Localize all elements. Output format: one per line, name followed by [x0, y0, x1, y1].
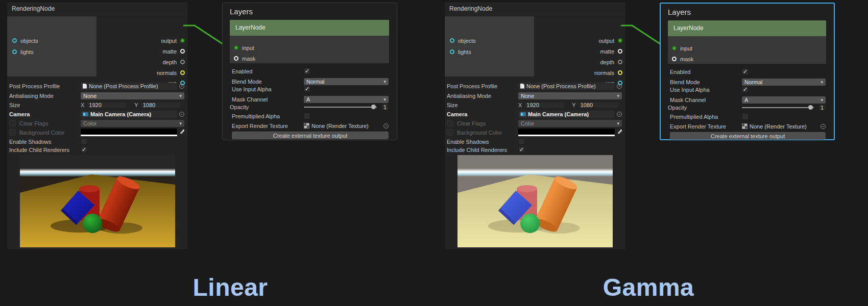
- port-dot-input[interactable]: [672, 46, 677, 50]
- rendering-node-panel[interactable]: RenderingNode objects lights output m: [444, 2, 626, 250]
- field-label: Enabled: [232, 68, 304, 74]
- port-label: objects: [20, 38, 38, 44]
- port-objects[interactable]: objects: [12, 38, 38, 43]
- port-dot-normals[interactable]: [618, 70, 622, 75]
- clear-flags-override-checkbox[interactable]: [447, 120, 453, 126]
- premultiplied-alpha-checkbox[interactable]: [742, 113, 749, 120]
- antialiasing-dropdown[interactable]: None: [81, 92, 184, 99]
- eyedropper-icon[interactable]: [179, 130, 184, 135]
- camera-field[interactable]: Main Camera (Camera): [518, 111, 615, 118]
- clear-flags-dropdown[interactable]: Color: [518, 120, 622, 127]
- input-ports-box: [445, 16, 534, 76]
- size-y-input[interactable]: 1080: [140, 101, 181, 108]
- rendering-node-title[interactable]: RenderingNode: [7, 2, 188, 16]
- color-swatch[interactable]: [81, 129, 177, 136]
- port-dot-depth[interactable]: [180, 60, 185, 64]
- port-dot-input[interactable]: [234, 45, 238, 50]
- port-label: matte: [600, 48, 614, 55]
- port-mask[interactable]: mask: [672, 56, 693, 62]
- blend-mode-dropdown[interactable]: Normal: [742, 79, 826, 86]
- slider-handle[interactable]: [371, 105, 376, 109]
- field-value: None (Post Process Profile): [89, 83, 158, 89]
- port-normals[interactable]: normals: [157, 70, 185, 75]
- layers-panel[interactable]: Layers LayerNode input mask Enabled Blen…: [222, 3, 397, 140]
- linear-scene: [20, 155, 175, 247]
- port-dot-lights[interactable]: [450, 49, 454, 54]
- field-label: Opacity: [668, 105, 742, 111]
- port-label: normals: [157, 70, 177, 76]
- object-picker-icon[interactable]: [179, 84, 184, 89]
- render-texture-icon: [304, 123, 309, 129]
- row-background-color: Background Color: [447, 129, 622, 136]
- layers-panel-selected[interactable]: Layers LayerNode input mask Enabled Blen…: [660, 3, 835, 140]
- port-depth[interactable]: depth: [162, 59, 185, 65]
- port-dot-objects[interactable]: [12, 38, 17, 43]
- field-label: Background Color: [457, 130, 502, 136]
- object-picker-icon[interactable]: [179, 112, 184, 117]
- port-lights[interactable]: lights: [450, 49, 471, 55]
- blend-mode-dropdown[interactable]: Normal: [304, 78, 389, 85]
- opacity-value-input[interactable]: 1: [381, 104, 389, 110]
- size-y-input[interactable]: 1080: [578, 101, 619, 108]
- object-picker-icon[interactable]: [821, 124, 826, 129]
- object-picker-icon[interactable]: [617, 84, 622, 89]
- field-label: Size: [9, 102, 81, 108]
- eyedropper-icon[interactable]: [617, 130, 622, 135]
- port-dot-objects[interactable]: [450, 38, 454, 43]
- rendering-node-title[interactable]: RenderingNode: [445, 2, 625, 16]
- field-label: Use Input Alpha: [232, 86, 304, 92]
- size-x-input[interactable]: 1920: [86, 101, 127, 108]
- x-axis-label: X: [81, 102, 84, 108]
- mask-channel-dropdown[interactable]: A: [742, 96, 826, 104]
- port-lights[interactable]: lights: [12, 49, 34, 55]
- mask-channel-dropdown[interactable]: A: [304, 96, 389, 103]
- port-input[interactable]: input: [234, 45, 254, 50]
- post-process-profile-field[interactable]: None (Post Process Profile): [518, 83, 615, 90]
- antialiasing-dropdown[interactable]: None: [518, 92, 622, 99]
- post-process-profile-field[interactable]: None (Post Process Profile): [81, 83, 177, 90]
- port-dot-mask[interactable]: [234, 56, 238, 61]
- premultiplied-alpha-checkbox[interactable]: [304, 113, 310, 119]
- layer-node-header[interactable]: LayerNode: [230, 20, 389, 36]
- color-swatch[interactable]: [518, 129, 615, 136]
- clear-flags-dropdown[interactable]: Color: [81, 120, 184, 127]
- enable-shadows-checkbox[interactable]: [81, 138, 87, 145]
- opacity-slider[interactable]: [304, 104, 377, 110]
- clear-flags-override-checkbox[interactable]: [9, 120, 16, 126]
- use-input-alpha-checkbox[interactable]: [742, 86, 749, 93]
- port-depth[interactable]: depth: [600, 59, 622, 65]
- port-mask[interactable]: mask: [234, 56, 255, 61]
- row-enable-shadows: Enable Shadows: [447, 138, 622, 145]
- use-input-alpha-checkbox[interactable]: [304, 86, 310, 92]
- opacity-value-input[interactable]: 1: [818, 104, 826, 111]
- include-child-renderers-checkbox[interactable]: [81, 146, 87, 153]
- port-objects[interactable]: objects: [450, 38, 476, 43]
- field-value: None (Render Texture): [750, 123, 818, 130]
- include-child-renderers-checkbox[interactable]: [518, 146, 525, 153]
- port-normals[interactable]: normals: [594, 70, 622, 75]
- enable-shadows-checkbox[interactable]: [518, 138, 525, 145]
- port-dot-depth[interactable]: [618, 60, 622, 64]
- create-external-texture-output-button[interactable]: Create external texture output: [232, 132, 389, 139]
- create-external-texture-output-button[interactable]: Create external texture output: [670, 132, 826, 140]
- size-x-input[interactable]: 1920: [524, 101, 565, 108]
- enabled-checkbox[interactable]: [304, 68, 310, 74]
- opacity-slider[interactable]: [742, 104, 814, 111]
- object-picker-icon[interactable]: [617, 112, 622, 117]
- background-color-override-checkbox[interactable]: [447, 129, 453, 136]
- enabled-checkbox[interactable]: [742, 68, 749, 75]
- port-dot-mask[interactable]: [672, 57, 677, 61]
- camera-icon: [520, 112, 526, 116]
- row-size: Size X 1920 Y 1080: [447, 101, 622, 109]
- layer-node-header[interactable]: LayerNode: [668, 20, 826, 36]
- slider-handle[interactable]: [808, 105, 813, 110]
- rendering-node-panel[interactable]: RenderingNode objects lights output m: [7, 2, 188, 250]
- port-input[interactable]: input: [672, 45, 692, 51]
- port-dot-normals[interactable]: [180, 70, 185, 75]
- object-picker-icon[interactable]: [383, 123, 389, 129]
- slider-track[interactable]: [742, 107, 814, 108]
- port-dot-lights[interactable]: [12, 49, 17, 54]
- slider-track[interactable]: [304, 107, 377, 108]
- camera-field[interactable]: Main Camera (Camera): [81, 111, 177, 118]
- background-color-override-checkbox[interactable]: [9, 129, 16, 136]
